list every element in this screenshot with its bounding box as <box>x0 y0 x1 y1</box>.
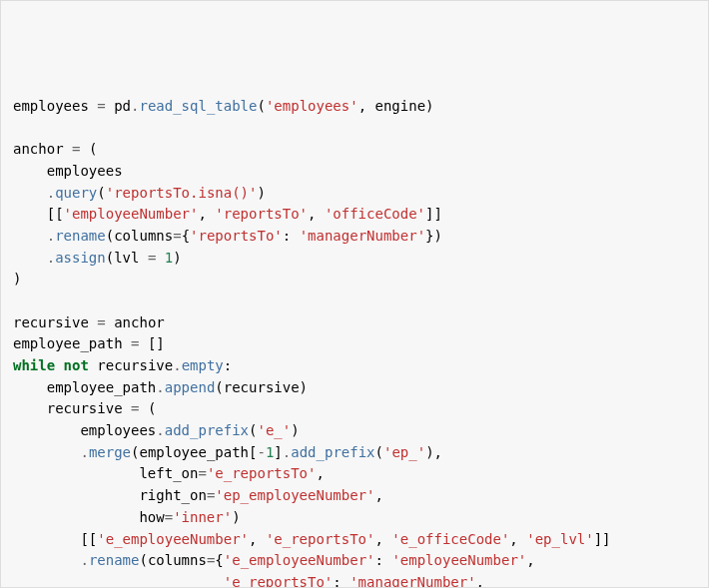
code-token-str: 'e_' <box>257 422 291 438</box>
code-token-call: rename <box>89 552 140 568</box>
code-line: while not recursive.empty: <box>13 355 696 377</box>
code-token-op: = <box>165 509 173 525</box>
code-token-punct: : <box>283 228 291 244</box>
code-token-punct: [] <box>148 335 165 351</box>
code-token-punct: ) <box>257 185 265 201</box>
code-token-punct: ) <box>13 271 21 287</box>
code-token-str: 'e_reportsTo' <box>207 465 317 481</box>
code-token-plain: columns <box>148 552 207 568</box>
code-line: employees <box>13 161 696 183</box>
code-line: ) <box>13 269 696 291</box>
code-token-plain: employees <box>13 422 156 438</box>
code-token-op: . <box>173 357 181 373</box>
code-token-plain: recursive <box>89 357 173 373</box>
code-token-punct: { <box>215 552 223 568</box>
code-token-op: . <box>283 444 291 460</box>
code-token-punct: , <box>374 487 382 503</box>
code-token-punct: ( <box>215 379 223 395</box>
code-token-call: merge <box>89 444 131 460</box>
code-token-plain <box>13 552 80 568</box>
code-token-plain: pd <box>106 98 131 114</box>
code-token-plain <box>13 531 80 547</box>
code-token-punct: ( <box>375 444 383 460</box>
code-token-str: 'e_employeeNumber' <box>224 552 375 568</box>
code-token-str: 'inner' <box>173 509 232 525</box>
code-token-str: 'managerNumber' <box>300 228 425 244</box>
code-token-plain: left_on <box>13 465 198 481</box>
code-line: employee_path = [] <box>13 333 696 355</box>
code-token-punct: ( <box>89 141 97 157</box>
code-line: right_on='ep_employeeNumber', <box>13 485 696 507</box>
code-token-punct: [[ <box>80 531 97 547</box>
code-token-punct: ( <box>97 185 105 201</box>
code-token-punct: , <box>198 206 206 222</box>
code-token-call: query <box>55 185 97 201</box>
code-token-name: anchor <box>13 141 64 157</box>
code-token-op: . <box>80 444 88 460</box>
code-token-plain: employee_path <box>13 379 156 395</box>
code-token-plain <box>13 206 47 222</box>
code-line: .query('reportsTo.isna()') <box>13 183 696 205</box>
code-token-plain <box>13 250 47 266</box>
code-line: [['e_employeeNumber', 'e_reportsTo', 'e_… <box>13 529 696 551</box>
code-token-op: = <box>198 465 206 481</box>
code-line <box>13 291 696 312</box>
code-token-plain: recursive <box>224 379 300 395</box>
code-line: 'e_reportsTo': 'managerNumber', <box>13 572 696 588</box>
code-token-name: recursive <box>13 314 89 330</box>
code-line: .merge(employee_path[-1].add_prefix('ep_… <box>13 442 696 464</box>
code-token-punct: ) <box>300 379 308 395</box>
code-token-plain: lvl <box>114 250 148 266</box>
code-token-op: . <box>47 185 55 201</box>
code-token-plain <box>80 141 88 157</box>
code-token-punct: ( <box>106 228 114 244</box>
code-line: employee_path.append(recursive) <box>13 377 696 399</box>
code-token-punct: : <box>333 574 341 588</box>
code-token-plain: employees <box>13 163 123 179</box>
code-line: .assign(lvl = 1) <box>13 248 696 270</box>
code-token-punct: : <box>375 552 383 568</box>
code-token-call: add_prefix <box>291 444 374 460</box>
code-token-str: 'employees' <box>266 98 358 114</box>
code-token-punct: ) <box>291 422 299 438</box>
code-token-punct: ( <box>148 400 156 416</box>
code-token-plain <box>13 185 47 201</box>
code-token-plain <box>518 531 526 547</box>
code-token-punct: , <box>509 531 517 547</box>
code-token-str: 'e_officeCode' <box>391 531 509 547</box>
code-line: how='inner') <box>13 507 696 529</box>
code-token-op: . <box>47 250 55 266</box>
code-line: left_on='e_reportsTo', <box>13 463 696 485</box>
code-line: .rename(columns={'reportsTo': 'managerNu… <box>13 226 696 248</box>
code-token-str: 'employeeNumber' <box>64 206 199 222</box>
code-token-plain <box>316 206 324 222</box>
code-token-punct: { <box>182 228 190 244</box>
code-token-punct: ( <box>139 552 147 568</box>
code-token-punct: ( <box>257 98 265 114</box>
code-token-op: . <box>156 422 164 438</box>
code-token-kw: while <box>13 357 55 373</box>
code-line: anchor = ( <box>13 139 696 161</box>
code-token-kw: not <box>64 357 89 373</box>
code-token-plain <box>13 228 47 244</box>
code-token-punct: ), <box>425 444 442 460</box>
code-token-punct: , <box>358 98 366 114</box>
code-token-punct: ) <box>232 509 240 525</box>
code-token-plain <box>291 228 299 244</box>
code-token-str: 'reportsTo' <box>190 228 283 244</box>
code-token-str: 'ep_' <box>383 444 425 460</box>
code-token-op: . <box>156 379 164 395</box>
code-token-punct: ] <box>274 444 282 460</box>
code-token-op: . <box>47 228 55 244</box>
code-token-call: append <box>165 379 216 395</box>
code-token-plain: right_on <box>13 487 207 503</box>
code-token-plain <box>13 574 224 588</box>
code-token-plain: employee_path <box>139 444 249 460</box>
code-token-punct: : <box>224 357 232 373</box>
code-token-name: employees <box>13 98 89 114</box>
code-token-str: 'e_reportsTo' <box>266 531 375 547</box>
code-token-plain <box>156 250 164 266</box>
code-token-punct: , <box>316 465 324 481</box>
code-token-str: 'ep_lvl' <box>526 531 593 547</box>
code-token-plain: anchor <box>106 314 165 330</box>
